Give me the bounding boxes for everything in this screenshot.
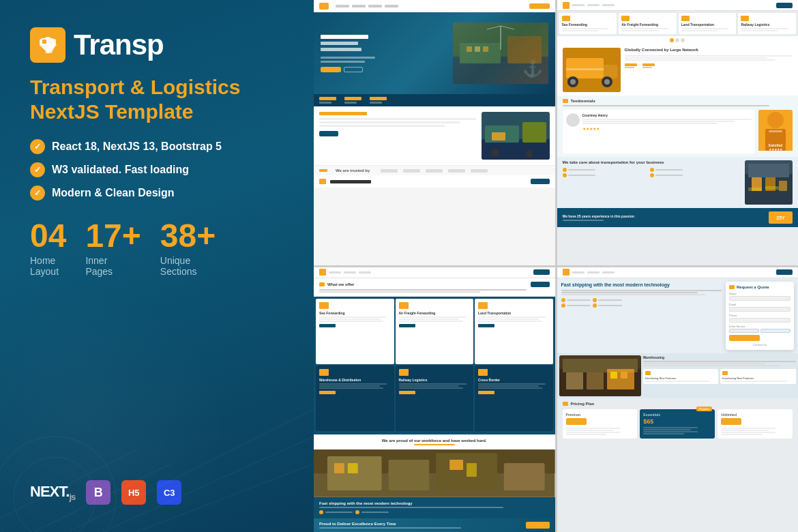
- svg-rect-59: [566, 372, 583, 389]
- check-icon-2: ✓: [30, 162, 45, 177]
- service-cross-border: Cross Border: [475, 366, 553, 431]
- tagline: Transport & Logistics NextJS Template: [30, 75, 284, 124]
- proud-to-deliver-bottom: Proud to Deliver Excellence Every Time: [314, 518, 555, 532]
- service-railway: Railway Logistics: [396, 366, 474, 431]
- service-sea-forwarding: Sea Forwarding: [316, 299, 394, 364]
- check-icon-3: ✓: [30, 186, 45, 201]
- app-container: Transp Transport & Logistics NextJS Temp…: [0, 0, 798, 532]
- left-panel-top: Transp Transport & Logistics NextJS Temp…: [30, 27, 284, 277]
- logo-row: Transp: [30, 27, 284, 63]
- nextjs-logo: NEXT.js: [30, 483, 75, 502]
- testimonials-section: Testimonials Courtney Henry: [557, 95, 799, 157]
- svg-point-32: [604, 79, 610, 85]
- svg-line-0: [0, 450, 136, 518]
- svg-point-5: [14, 457, 95, 532]
- svg-rect-63: [621, 372, 627, 379]
- stat-unique-sections: 38+ Unique Sections: [160, 220, 216, 277]
- bootstrap-icon: B: [86, 480, 110, 505]
- services-grid: Sea Forwarding Air Freight Forwarding: [314, 297, 555, 434]
- svg-rect-16: [467, 46, 472, 52]
- feature-item-1: ✓ React 18, NextJS 13, Bootstrap 5: [30, 139, 284, 154]
- request-quote-card: Request a Quote Name Email Phone Extra S…: [726, 282, 794, 350]
- preview-globally-connected: Sea Forwarding Air Freight Forwarding La…: [557, 0, 799, 265]
- services-top-row: Sea Forwarding Air Freight Forwarding La…: [557, 11, 799, 36]
- what-we-offer-heading: What we offer: [314, 278, 555, 297]
- mock-nav-1: [314, 0, 555, 12]
- mock-brands-strip: We are trusted by: [314, 165, 555, 175]
- stat-home-layout: 04 Home Layout: [30, 220, 66, 277]
- svg-line-1: [34, 464, 171, 532]
- mock-hero-1: [314, 12, 555, 94]
- experience-badge: We have 25 years experience in this pass…: [557, 208, 799, 227]
- svg-rect-12: [507, 36, 542, 63]
- stat-inner-pages: 17+ Inner Pages: [85, 220, 141, 277]
- svg-point-30: [570, 79, 576, 85]
- warehouse-image: [314, 449, 555, 497]
- fast-shipping-section: Fast shipping with the most modern techn…: [314, 497, 555, 518]
- svg-rect-52: [334, 463, 344, 473]
- mock-hero-image: [453, 23, 548, 84]
- css3-icon: C3: [157, 480, 181, 505]
- svg-point-35: [767, 112, 784, 128]
- svg-rect-55: [467, 463, 477, 477]
- service-land-transport: Land Transportation: [475, 299, 553, 364]
- tech-logos: NEXT.js B H5 C3: [30, 480, 284, 505]
- svg-rect-25: [492, 132, 505, 141]
- svg-rect-22: [522, 122, 546, 143]
- svg-rect-45: [765, 186, 779, 190]
- pricing-section: Pricing Plan Premium: [557, 398, 799, 533]
- preview-3-block: What we offer Sea Forwarding: [314, 267, 555, 533]
- svg-rect-40: [748, 164, 789, 177]
- svg-rect-43: [779, 181, 787, 191]
- workforce-heading: We are proud of our workforce and have w…: [314, 433, 555, 449]
- svg-point-6: [0, 437, 116, 532]
- right-panel: We are trusted by: [314, 0, 798, 532]
- preview-2-block: Sea Forwarding Air Freight Forwarding La…: [557, 0, 799, 265]
- pricing-essentials-featured: Popular Essentials $65: [640, 409, 715, 439]
- globally-connected-section: Globally Connected by Large Network: [557, 44, 799, 95]
- take-care-section: We take care about transportation for yo…: [557, 157, 799, 208]
- brand-name: Transp: [74, 29, 164, 61]
- svg-rect-18: [483, 46, 488, 52]
- pricing-premium: Premium: [563, 409, 638, 439]
- svg-rect-11: [460, 43, 501, 63]
- svg-rect-62: [610, 372, 617, 379]
- feature-item-2: ✓ W3 validated. Fast loading: [30, 162, 284, 177]
- check-icon-1: ✓: [30, 139, 45, 154]
- mock-stats-bar: [314, 94, 555, 106]
- preview-1-block: We are trusted by: [314, 0, 555, 265]
- mock-nav-4: [557, 267, 799, 278]
- svg-point-23: [491, 149, 499, 157]
- mock-proud-section: [314, 106, 555, 165]
- svg-rect-54: [449, 460, 463, 470]
- stats-row: 04 Home Layout 17+ Inner Pages 38+ Uniqu…: [30, 220, 284, 277]
- svg-rect-37: [769, 130, 782, 132]
- svg-rect-44: [748, 188, 762, 191]
- what-we-offer-bar: [314, 175, 555, 188]
- pricing-cards-row: Premium Popular Essentials: [563, 409, 793, 439]
- pricing-unlimited: Unlimited: [718, 409, 793, 439]
- mock-nav-3: [314, 267, 555, 278]
- mock-nav-2: [557, 0, 799, 11]
- features-list: ✓ React 18, NextJS 13, Bootstrap 5 ✓ W3 …: [30, 139, 284, 201]
- svg-rect-28: [604, 65, 617, 78]
- svg-rect-33: [566, 68, 604, 70]
- preview-quote-pricing: Fast shipping with the most modern techn…: [557, 267, 799, 533]
- service-warehouse: Warehouse & Distribution: [316, 366, 394, 431]
- feature-item-3: ✓ Modern & Clean Design: [30, 186, 284, 201]
- fast-shipping-quote-section: Fast shipping with the most modern techn…: [557, 278, 799, 353]
- preview-4-block: Fast shipping with the most modern techn…: [557, 267, 799, 533]
- preview-services-grid: What we offer Sea Forwarding: [314, 267, 555, 533]
- logo-icon: [30, 27, 65, 63]
- svg-rect-60: [587, 372, 604, 389]
- warehousing-section: Warehousing Introducing New Features: [557, 353, 799, 398]
- svg-rect-51: [504, 463, 545, 490]
- svg-rect-53: [348, 463, 358, 473]
- mock-nav-logo-1: [319, 3, 329, 10]
- svg-point-24: [526, 151, 533, 158]
- svg-line-2: [68, 409, 314, 532]
- mock-nav-links-1: [336, 5, 398, 8]
- preview-homepage-hero: We are trusted by: [314, 0, 555, 265]
- service-air-freight: Air Freight Forwarding: [396, 299, 474, 364]
- svg-rect-17: [475, 46, 480, 52]
